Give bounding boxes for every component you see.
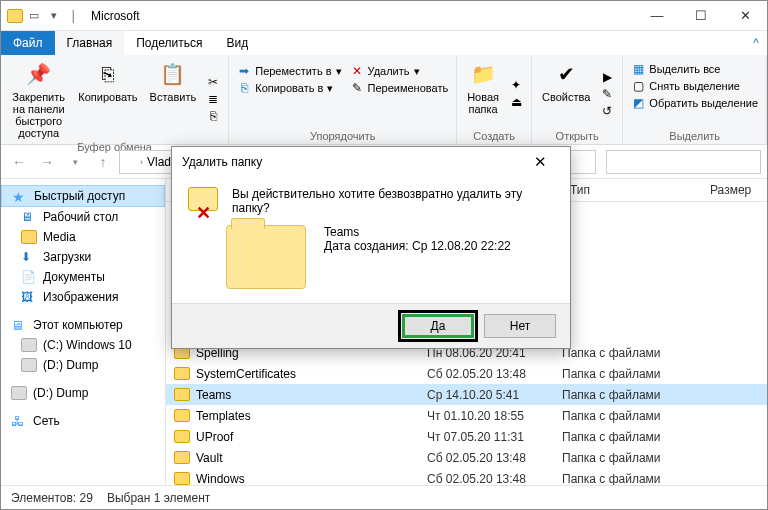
- open-button[interactable]: ▶: [598, 69, 616, 85]
- selall-icon: ▦: [631, 62, 645, 76]
- tab-file[interactable]: Файл: [1, 31, 55, 55]
- download-icon: ⬇: [21, 250, 37, 264]
- file-type: Папка с файлами: [562, 346, 702, 360]
- new-folder-button[interactable]: 📁 Новая папка: [463, 57, 503, 117]
- folder-icon: [174, 388, 190, 401]
- dialog-close-button[interactable]: ✕: [520, 147, 560, 177]
- newfolder-icon: 📁: [468, 59, 498, 89]
- ribbon-group-select: ▦Выделить все ▢Снять выделение ◩Обратить…: [623, 55, 767, 144]
- file-type: Папка с файлами: [562, 367, 702, 381]
- pc-icon: 🖥: [11, 318, 27, 332]
- ribbon-collapse-icon[interactable]: ^: [745, 31, 767, 55]
- copy-to-button[interactable]: ⎘Копировать в ▾: [235, 80, 343, 96]
- invert-selection-button[interactable]: ◩Обратить выделение: [629, 95, 760, 111]
- dialog-question: Вы действительно хотите безвозвратно уда…: [232, 187, 554, 215]
- header-size[interactable]: Размер: [702, 179, 767, 201]
- cut-icon: ✂: [206, 75, 220, 89]
- window-title: Microsoft: [91, 9, 140, 23]
- status-count: Элементов: 29: [11, 491, 93, 505]
- file-date: Чт 07.05.20 11:31: [427, 430, 562, 444]
- sidebar-pictures[interactable]: 🖼Изображения: [1, 287, 165, 307]
- rename-button[interactable]: ✎Переименовать: [348, 80, 451, 96]
- file-name: UProof: [196, 430, 427, 444]
- dialog-folder-icon: [226, 225, 306, 289]
- pin-button[interactable]: 📌 Закрепить на панели быстрого доступа: [7, 57, 70, 141]
- file-type: Папка с файлами: [562, 451, 702, 465]
- copypath-button[interactable]: ≣: [204, 91, 222, 107]
- quick-access-toolbar: ▭ ▾ │: [1, 7, 83, 25]
- properties-button[interactable]: ✔ Свойства: [538, 57, 594, 105]
- cut-button[interactable]: ✂: [204, 74, 222, 90]
- file-row[interactable]: SystemCertificatesСб 02.05.20 13:48Папка…: [166, 363, 767, 384]
- qat-item[interactable]: ▭: [25, 7, 43, 25]
- close-button[interactable]: ✕: [723, 1, 767, 31]
- file-name: Windows: [196, 472, 427, 486]
- disk-icon: [21, 358, 37, 372]
- easy-icon: ⏏: [509, 95, 523, 109]
- forward-button[interactable]: →: [35, 150, 59, 174]
- search-input[interactable]: [606, 150, 761, 174]
- history-icon: ↺: [600, 104, 614, 118]
- file-name: Templates: [196, 409, 427, 423]
- folder-icon: [174, 367, 190, 380]
- qat-item[interactable]: ▾: [45, 7, 63, 25]
- history-dropdown[interactable]: ▾: [63, 150, 87, 174]
- minimize-button[interactable]: —: [635, 1, 679, 31]
- newitem-button[interactable]: ✦: [507, 77, 525, 93]
- tab-share[interactable]: Поделиться: [124, 31, 214, 55]
- sidebar-this-pc[interactable]: 🖥Этот компьютер: [1, 315, 165, 335]
- copyto-icon: ⎘: [237, 81, 251, 95]
- pin-icon: 📌: [24, 59, 54, 89]
- maximize-button[interactable]: ☐: [679, 1, 723, 31]
- addr-icon: [124, 156, 138, 168]
- file-row[interactable]: TeamsСр 14.10.20 5:41Папка с файлами: [166, 384, 767, 405]
- file-row[interactable]: TemplatesЧт 01.10.20 18:55Папка с файлам…: [166, 405, 767, 426]
- paste-button[interactable]: 📋 Вставить: [146, 57, 201, 105]
- up-button[interactable]: ↑: [91, 150, 115, 174]
- select-none-button[interactable]: ▢Снять выделение: [629, 78, 760, 94]
- sidebar-documents[interactable]: 📄Документы: [1, 267, 165, 287]
- pastelink-button[interactable]: ⎘: [204, 108, 222, 124]
- ribbon-group-open: ✔ Свойства ▶ ✎ ↺ Открыть: [532, 55, 623, 144]
- sidebar-drive-d2[interactable]: (D:) Dump: [1, 383, 165, 403]
- file-date: Чт 01.10.20 18:55: [427, 409, 562, 423]
- sidebar-quick-access[interactable]: ★Быстрый доступ: [1, 185, 165, 207]
- file-row[interactable]: UProofЧт 07.05.20 11:31Папка с файлами: [166, 426, 767, 447]
- sidebar-desktop[interactable]: 🖥Рабочий стол: [1, 207, 165, 227]
- copy-button[interactable]: ⎘ Копировать: [74, 57, 141, 105]
- doc-icon: 📄: [21, 270, 37, 284]
- sidebar-drive-d[interactable]: (D:) Dump: [1, 355, 165, 375]
- edit-button[interactable]: ✎: [598, 86, 616, 102]
- path-icon: ≣: [206, 92, 220, 106]
- folder-icon: [174, 472, 190, 485]
- qat-dropdown[interactable]: │: [65, 7, 83, 25]
- file-name: Vault: [196, 451, 427, 465]
- rename-icon: ✎: [350, 81, 364, 95]
- move-to-button[interactable]: ➡Переместить в ▾: [235, 63, 343, 79]
- delete-button[interactable]: ✕Удалить ▾: [348, 63, 451, 79]
- file-type: Папка с файлами: [562, 388, 702, 402]
- sidebar-network[interactable]: 🖧Сеть: [1, 411, 165, 431]
- file-type: Папка с файлами: [562, 472, 702, 486]
- folder-icon: [174, 451, 190, 464]
- sidebar-downloads[interactable]: ⬇Загрузки: [1, 247, 165, 267]
- select-all-button[interactable]: ▦Выделить все: [629, 61, 760, 77]
- easyaccess-button[interactable]: ⏏: [507, 94, 525, 110]
- file-row[interactable]: VaultСб 02.05.20 13:48Папка с файлами: [166, 447, 767, 468]
- sidebar-media[interactable]: Media: [1, 227, 165, 247]
- tab-home[interactable]: Главная: [55, 31, 125, 55]
- file-date: Ср 14.10.20 5:41: [427, 388, 562, 402]
- sidebar-drive-c[interactable]: (C:) Windows 10: [1, 335, 165, 355]
- dialog-no-button[interactable]: Нет: [484, 314, 556, 338]
- ribbon-group-clipboard: 📌 Закрепить на панели быстрого доступа ⎘…: [1, 55, 229, 144]
- history-button[interactable]: ↺: [598, 103, 616, 119]
- back-button[interactable]: ←: [7, 150, 31, 174]
- file-row[interactable]: WindowsСб 02.05.20 13:48Папка с файлами: [166, 468, 767, 485]
- star-icon: ★: [12, 189, 28, 203]
- ribbon-tabs: Файл Главная Поделиться Вид ^: [1, 31, 767, 55]
- file-name: SystemCertificates: [196, 367, 427, 381]
- dialog-yes-button[interactable]: Да: [402, 314, 474, 338]
- file-name: Teams: [196, 388, 427, 402]
- tab-view[interactable]: Вид: [214, 31, 260, 55]
- header-type[interactable]: Тип: [562, 179, 702, 201]
